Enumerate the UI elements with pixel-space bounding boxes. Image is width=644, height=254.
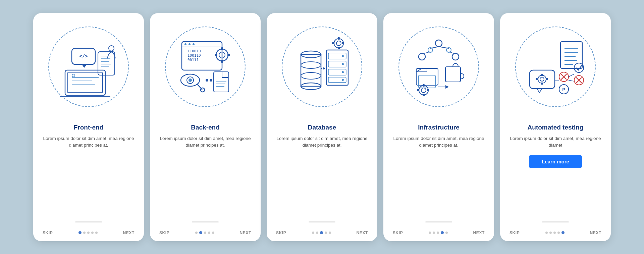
dot-2: [549, 232, 552, 234]
frontend-next[interactable]: NEXT: [123, 231, 135, 235]
dot-3: [87, 232, 90, 234]
svg-point-65: [419, 53, 425, 60]
svg-text:100110: 100110: [187, 53, 201, 58]
svg-point-16: [109, 46, 114, 51]
backend-icon: 110010 100110 00111: [170, 32, 240, 102]
automated-testing-illustration: P: [500, 13, 611, 120]
svg-text:P: P: [562, 87, 565, 92]
svg-point-41: [210, 79, 212, 82]
dot-5: [329, 232, 331, 234]
automated-testing-next[interactable]: NEXT: [590, 231, 601, 235]
svg-rect-97: [536, 78, 538, 80]
database-skip[interactable]: SKIP: [276, 231, 286, 235]
svg-point-93: [538, 75, 546, 83]
svg-rect-91: [530, 70, 555, 89]
svg-rect-1: [68, 73, 103, 92]
svg-line-69: [430, 47, 439, 48]
svg-point-94: [540, 77, 544, 81]
backend-icon-area: 110010 100110 00111: [168, 30, 242, 104]
infrastructure-desc: Lorem ipsum dolor sit dim amet, mea regi…: [393, 135, 485, 149]
svg-point-66: [452, 53, 459, 60]
svg-marker-9: [82, 64, 87, 68]
backend-divider: [192, 221, 219, 222]
dot-5: [212, 232, 214, 234]
svg-rect-27: [221, 47, 223, 50]
svg-point-64: [435, 40, 442, 47]
svg-text:00111: 00111: [187, 58, 199, 62]
svg-point-63: [323, 67, 325, 69]
frontend-illustration: </>: [33, 13, 144, 120]
svg-rect-96: [541, 83, 543, 85]
card-frontend: </> Front-end Lorem ipsum dolor sit dim …: [33, 13, 144, 241]
card-automated-testing: P Automated testing Lorem ipsum dolor si…: [500, 13, 611, 241]
svg-point-6: [72, 74, 75, 77]
automated-testing-icon: P: [520, 32, 591, 102]
dot-5: [445, 232, 448, 234]
svg-rect-58: [338, 37, 340, 40]
infrastructure-title: Infrastructure: [418, 124, 460, 131]
backend-illustration: 110010 100110 00111: [150, 13, 261, 120]
svg-point-20: [189, 43, 191, 45]
svg-rect-36: [214, 72, 229, 92]
dot-1: [78, 231, 82, 234]
svg-rect-60: [332, 42, 334, 44]
infrastructure-skip[interactable]: SKIP: [393, 231, 403, 235]
infrastructure-body: Infrastructure Lorem ipsum dolor sit dim…: [383, 120, 494, 221]
svg-line-108: [569, 74, 574, 77]
database-divider: [309, 221, 335, 222]
dot-2: [83, 232, 86, 234]
svg-point-21: [193, 43, 195, 45]
svg-rect-28: [221, 60, 223, 63]
svg-rect-76: [445, 67, 461, 82]
svg-point-19: [184, 43, 186, 45]
dot-5: [561, 231, 565, 234]
dot-2: [433, 232, 435, 234]
svg-point-78: [421, 88, 426, 93]
infrastructure-next[interactable]: NEXT: [473, 231, 485, 235]
infrastructure-footer: SKIP NEXT: [383, 226, 494, 235]
svg-line-70: [422, 52, 430, 54]
svg-line-71: [439, 47, 449, 48]
svg-rect-95: [541, 74, 543, 76]
backend-title: Back-end: [191, 124, 220, 131]
svg-point-40: [206, 79, 208, 82]
frontend-dots: [78, 231, 98, 234]
dot-1: [429, 232, 431, 234]
frontend-icon: </>: [55, 33, 122, 100]
database-dots: [312, 231, 331, 234]
dot-3: [320, 231, 323, 234]
database-next[interactable]: NEXT: [357, 231, 368, 235]
svg-rect-47: [326, 50, 348, 85]
svg-point-35: [201, 88, 205, 92]
svg-marker-84: [445, 85, 449, 89]
svg-line-109: [569, 80, 574, 81]
svg-point-53: [342, 63, 344, 65]
automated-testing-skip[interactable]: SKIP: [509, 231, 520, 235]
dot-1: [545, 232, 548, 234]
database-desc: Lorem ipsum dolor sit dim amet, mea regi…: [276, 135, 368, 149]
frontend-divider: [75, 221, 102, 222]
automated-testing-desc: Lorem ipsum dolor sit dim amet, mea regi…: [509, 135, 601, 149]
svg-rect-82: [427, 89, 429, 91]
svg-point-33: [189, 79, 192, 82]
card-backend: 110010 100110 00111: [150, 13, 261, 241]
infrastructure-icon: [404, 32, 474, 102]
svg-rect-81: [417, 89, 419, 91]
card-infrastructure: Infrastructure Lorem ipsum dolor sit dim…: [383, 13, 494, 241]
dot-5: [95, 232, 98, 234]
learn-more-button[interactable]: Learn more: [529, 155, 582, 168]
svg-rect-10: [98, 52, 115, 75]
database-title: Database: [308, 124, 336, 131]
infrastructure-divider: [425, 221, 452, 222]
svg-rect-61: [342, 42, 344, 44]
svg-point-57: [336, 41, 341, 46]
backend-next[interactable]: NEXT: [240, 231, 251, 235]
frontend-footer: SKIP NEXT: [33, 226, 144, 235]
backend-skip[interactable]: SKIP: [159, 231, 169, 235]
frontend-skip[interactable]: SKIP: [43, 231, 53, 235]
frontend-body: Front-end Lorem ipsum dolor sit dim amet…: [33, 120, 144, 221]
svg-line-72: [449, 52, 455, 54]
svg-rect-59: [338, 47, 340, 49]
automated-testing-icon-area: P: [519, 30, 592, 104]
card-database: Database Lorem ipsum dolor sit dim amet,…: [267, 13, 377, 241]
